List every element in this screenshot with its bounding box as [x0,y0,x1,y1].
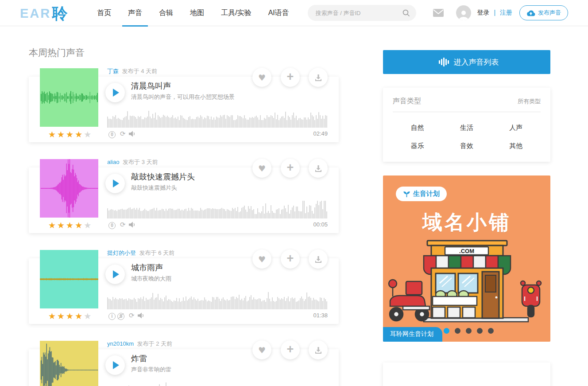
logo-text-en: EAR [20,6,51,21]
add-to-collection-button[interactable]: + [281,340,300,359]
waveform-thumbnail[interactable] [40,68,98,127]
nav-item-3[interactable]: 合辑 [159,0,173,26]
page-content: 本周热门声音 丁森 发布于 4 天前 ★★★★★ 清晨鸟叫声 清晨鸟叫的声音，可… [0,26,588,386]
download-button[interactable] [309,68,328,87]
main-nav: 首页声音合辑地图工具/实验AI语音 [89,0,298,26]
carousel-dot-3[interactable] [466,328,472,334]
play-icon [113,89,119,97]
nav-item-2[interactable]: 声音 [128,0,142,26]
type-item-2[interactable]: 生活 [442,124,491,132]
waveform-player[interactable] [107,382,328,386]
sound-title[interactable]: 敲鼓快速震撼片头 [131,172,195,182]
remix-icon: ⟳ [129,312,135,320]
play-icon [113,270,119,278]
promo-tag: 耳聆网生音计划 [383,327,442,342]
login-link[interactable]: 登录 [477,9,490,16]
sidebar: 进入声音列表 声音类型 所有类型 自然生活人声器乐音效其他 生音计划 域名小铺 [383,26,550,386]
avatar[interactable] [456,5,471,20]
author-link[interactable]: aliao [107,159,119,165]
shop-sign-text: .COM [459,248,474,254]
type-item-6[interactable]: 其他 [491,142,541,150]
nav-item-6[interactable]: AI语音 [268,0,289,26]
type-item-3[interactable]: 人声 [491,124,541,132]
waveform-player[interactable] [107,110,328,128]
enter-sound-list-label: 进入声音列表 [454,57,499,67]
nav-item-1[interactable]: 首页 [97,0,111,26]
register-link[interactable]: 注册 [500,9,512,16]
sound-types-title: 声音类型 [393,97,421,106]
search-icon[interactable] [402,9,410,17]
waveform-player[interactable] [107,292,328,309]
license-row: 0 ⟳ [108,130,135,138]
speaker-icon [138,312,144,319]
search-input[interactable] [316,10,402,16]
duration-label: 01:38 [313,312,328,319]
sound-title[interactable]: 炸雷 [131,353,147,364]
shop-illustration: .COM [383,239,550,328]
published-time: 发布于 3 天前 [121,159,158,165]
nav-item-4[interactable]: 地图 [190,0,204,26]
heart-icon: ♥ [258,254,266,264]
promo-banner[interactable]: 生音计划 域名小铺 .COM [383,175,550,342]
add-to-collection-button[interactable]: + [281,68,300,87]
waveform-thumbnail[interactable] [40,250,98,308]
all-types-link[interactable]: 所有类型 [518,97,541,105]
promo-badge-label: 生音计划 [413,190,440,198]
remix-icon: ⟳ [120,130,126,138]
waveform-thumbnail[interactable] [40,341,98,386]
license-icons: 0 [108,130,117,138]
play-button[interactable] [105,174,125,193]
play-button[interactable] [105,265,125,284]
promo-title: 域名小铺 [383,209,550,236]
carousel-dot-2[interactable] [455,328,460,334]
site-logo[interactable]: EAR 聆 [20,5,67,21]
enter-sound-list-button[interactable]: 进入声音列表 [383,50,550,74]
type-item-5[interactable]: 音效 [442,142,491,150]
type-item-4[interactable]: 器乐 [393,142,442,150]
carousel-dot-4[interactable] [477,328,483,334]
sound-types-grid: 自然生活人声器乐音效其他 [393,124,541,150]
plus-icon: + [287,343,294,355]
speaker-icon [129,222,135,228]
play-button[interactable] [105,83,125,102]
author-link[interactable]: yn2010km [107,340,134,347]
play-button[interactable] [105,355,125,375]
type-item-1[interactable]: 自然 [393,124,442,132]
auth-links: 登录 | 注册 [477,9,512,17]
play-icon [113,179,119,187]
search-box[interactable] [308,5,416,21]
sound-title[interactable]: 城市雨声 [131,262,163,273]
like-button[interactable]: ♥ [252,250,271,269]
nav-item-5[interactable]: 工具/实验 [221,0,251,26]
heart-icon: ♥ [258,345,266,355]
sound-description: 城市夜晚的大雨 [131,275,171,283]
download-button[interactable] [309,250,328,269]
license-icons: 0 [108,221,117,229]
waveform-player[interactable] [107,201,328,218]
sound-title[interactable]: 清晨鸟叫声 [131,81,171,91]
author-link[interactable]: 丁森 [107,68,119,74]
carousel-dots [444,328,499,334]
download-icon [314,346,322,354]
mail-icon[interactable] [433,9,444,17]
download-button[interactable] [309,340,328,359]
rating-stars[interactable]: ★★★★★ [48,311,93,321]
plus-icon: + [287,162,294,174]
carousel-dot-1[interactable] [444,328,449,334]
like-button[interactable]: ♥ [252,159,271,178]
rating-stars[interactable]: ★★★★★ [48,129,93,140]
like-button[interactable]: ♥ [252,68,271,87]
add-to-collection-button[interactable]: + [281,159,300,178]
waveform-thumbnail[interactable] [40,159,98,218]
download-icon [314,74,322,82]
publish-sound-button[interactable]: 发布声音 [519,5,568,20]
rating-stars[interactable]: ★★★★★ [48,220,93,230]
page-title: 本周热门声音 [29,47,339,59]
download-button[interactable] [309,159,328,178]
carousel-dot-5[interactable] [488,328,494,334]
author-line: 提灯的小登 发布于 6 天前 [107,249,174,257]
sound-card: aliao 发布于 3 天前 ★★★★★ 敲鼓快速震撼片头 敲鼓快速震撼片头 0… [29,158,339,233]
author-link[interactable]: 提灯的小登 [107,250,136,256]
add-to-collection-button[interactable]: + [281,250,300,269]
like-button[interactable]: ♥ [252,340,271,359]
